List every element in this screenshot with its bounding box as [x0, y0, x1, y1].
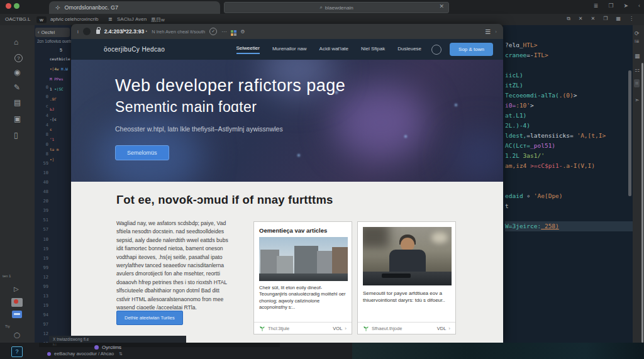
- count-badge: 5: [60, 48, 62, 52]
- help-badge[interactable]: ?: [11, 346, 23, 357]
- card-action-link[interactable]: VDL: [437, 326, 447, 331]
- hero-cta-button[interactable]: Semelomüs: [115, 145, 169, 160]
- browser-window: i 2.4:203/*22.3:93 · N lreh Aven cheal i…: [71, 24, 503, 343]
- refresh-icon[interactable]: ⟳: [635, 30, 640, 36]
- nav-link-1[interactable]: Murenallor naw: [272, 46, 307, 53]
- image-icon[interactable]: ▣: [14, 114, 21, 123]
- code-line: -[c: [50, 117, 70, 127]
- signup-button[interactable]: Sop & town: [450, 43, 493, 56]
- hero-title-line1: Web developer rafictors page: [115, 76, 345, 96]
- grid-icon[interactable]: ▦: [616, 16, 621, 22]
- project-label[interactable]: OACTBG.L: [5, 16, 30, 22]
- search-input[interactable]: ⌕ blaewdenain ✕: [224, 2, 449, 13]
- card-body: Semeoutil tor payve arfdtiuea eov a thiu…: [363, 290, 450, 304]
- window-scrollbar[interactable]: [641, 63, 643, 343]
- back-icon[interactable]: ‹: [638, 3, 640, 9]
- overflow-icon[interactable]: ⋮: [629, 16, 634, 22]
- apps-grid-icon[interactable]: [231, 30, 233, 33]
- city-photo: [259, 237, 348, 281]
- code-line: edaid ∘ 'Ae[Dpe): [505, 191, 631, 201]
- clear-search-icon[interactable]: ✕: [439, 3, 444, 9]
- card-source-label[interactable]: Thcl:3tjule: [268, 326, 289, 331]
- panel-thumbnail[interactable]: [12, 311, 22, 318]
- nav-link-3[interactable]: Niel Sfipak: [361, 46, 385, 53]
- dots-icon[interactable]: ⋯: [221, 29, 226, 35]
- breadcrumb[interactable]: aptvic celehcroxincrib: [50, 16, 98, 22]
- close-tab-icon[interactable]: ✕: [579, 16, 583, 22]
- device-icons[interactable]: 凰日w: [151, 16, 165, 23]
- line-number: 12: [37, 329, 48, 339]
- branch-status[interactable]: eeBachay avocodiur / Ahcao ⇅: [47, 351, 123, 356]
- line-number: 99: [37, 282, 48, 292]
- close-tab-icon[interactable]: ✕: [591, 16, 596, 22]
- line-number: 57: [37, 225, 48, 235]
- card-action-link[interactable]: VOL: [333, 326, 342, 331]
- browser-tab[interactable]: ⊹ Omordslonanboc. G7: [49, 1, 220, 14]
- shield-icon[interactable]: ✓: [209, 28, 217, 35]
- split-panel-icon[interactable]: ❐: [603, 16, 608, 22]
- extension-icon[interactable]: [83, 28, 91, 35]
- webpage: öocerjibuCy Hedcao Selweetier Murenallor…: [71, 39, 503, 343]
- line-number: 0: [37, 92, 48, 102]
- lock-icon: [96, 30, 100, 34]
- dice-icon[interactable]: ⚏: [635, 67, 640, 73]
- nav-link-2[interactable]: Acidi wat'iate: [319, 46, 348, 53]
- circle-icon[interactable]: ◯: [14, 332, 20, 338]
- help-icon[interactable]: ?: [14, 54, 23, 62]
- chevron-right-icon[interactable]: ›: [345, 326, 347, 331]
- copy-icon[interactable]: ⧉: [567, 16, 570, 22]
- hero-subtitle: Cheosster w.htpl, latn lkle thefiysit–As…: [115, 125, 283, 133]
- screenshot-thumbnail[interactable]: [11, 298, 23, 307]
- code-line: itZL): [505, 80, 631, 91]
- right-code-editor: ?elɑ_HTL>cranee=-ITL> iicL)itZL)Tecoeomd…: [503, 25, 633, 343]
- list-icon[interactable]: ≣: [108, 16, 113, 22]
- code-line: ε: [50, 127, 70, 137]
- site-logo[interactable]: öocerjibuCy Hedcao: [104, 46, 165, 53]
- section-heading: Γot ee, novoƙ-ɔmud if of nnay furtttms: [116, 193, 333, 207]
- home-icon[interactable]: ⌂: [14, 38, 18, 47]
- code-line: •[4w H.Ы: [50, 67, 70, 77]
- menu-item-a[interactable]: SACluJ: [117, 16, 134, 22]
- avatar-icon[interactable]: [431, 45, 441, 55]
- site-nav: öocerjibuCy Hedcao Selweetier Murenallor…: [71, 39, 503, 60]
- grid-icon[interactable]: ▦: [635, 53, 640, 59]
- menu-item-b[interactable]: Aven: [135, 16, 147, 22]
- editor-scrollbar[interactable]: [628, 70, 631, 196]
- line-number-gutter: 00c4480859104048203951571019199912991319…: [37, 83, 48, 343]
- back-tab[interactable]: ‹ Oecfel: [35, 28, 70, 37]
- panel-icon[interactable]: ❐: [608, 3, 613, 9]
- close-window-icon[interactable]: [6, 3, 11, 9]
- hamburger-icon[interactable]: ☰: [485, 28, 491, 35]
- section-cta-button[interactable]: Dethie ateelwian Turlies: [116, 311, 183, 325]
- code-line: [505, 211, 631, 221]
- card-source-label[interactable]: Sfhaeut.thjode: [372, 326, 402, 331]
- url-text[interactable]: 2.4:203/*22.3:93 ·: [104, 28, 148, 35]
- menu-icon[interactable]: ≣: [594, 3, 599, 9]
- line-number: c: [37, 102, 48, 111]
- gear-icon[interactable]: ⚙: [240, 29, 245, 35]
- card-body: Cheir süt, lit eton eoily dineof- Teoung…: [259, 285, 347, 311]
- nav-link-4[interactable]: Dusleuese: [397, 46, 421, 53]
- line-number: 10: [37, 168, 48, 178]
- terminal-icon[interactable]: ▤: [14, 98, 21, 107]
- chevron-right-icon[interactable]: ›: [495, 29, 497, 35]
- run-icon[interactable]: ➣: [635, 97, 640, 103]
- line-number: 99: [37, 263, 48, 273]
- share-icon[interactable]: ➤: [623, 3, 628, 9]
- nav-link-0[interactable]: Selweetier: [236, 45, 260, 54]
- record-icon[interactable]: ◉: [14, 68, 20, 77]
- bokeh-blob: [333, 85, 428, 160]
- terminal-icon[interactable]: ⌗: [634, 79, 640, 87]
- task-status[interactable]: Oyrciims: [94, 345, 121, 350]
- maximize-window-icon[interactable]: [14, 3, 19, 9]
- content-section: Γot ee, novoƙ-ɔmud if of nnay furtttms W…: [71, 182, 503, 343]
- info-icon[interactable]: i: [77, 29, 79, 35]
- bars-icon[interactable]: ǀ≣: [635, 39, 640, 44]
- book-icon[interactable]: ▯: [14, 131, 18, 140]
- sync-icon[interactable]: ⇅: [119, 351, 123, 356]
- chevron-right-icon[interactable]: ›: [448, 326, 450, 331]
- pen-icon[interactable]: ✎: [14, 83, 20, 92]
- play-icon[interactable]: ▷: [14, 285, 19, 292]
- code-line: М PPes: [50, 77, 70, 87]
- code-line: [505, 181, 631, 191]
